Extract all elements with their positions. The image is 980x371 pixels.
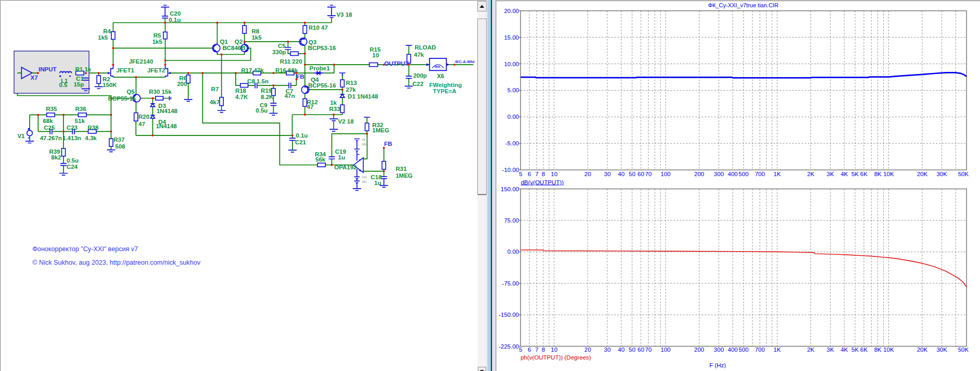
svg-text:C23: C23	[67, 125, 78, 131]
svg-text:R13: R13	[346, 80, 357, 86]
svg-text:X6: X6	[437, 73, 444, 79]
svg-text:100: 100	[660, 171, 670, 177]
svg-text:C20: C20	[170, 10, 181, 17]
svg-text:20K: 20K	[917, 171, 928, 177]
svg-text:500: 500	[739, 171, 748, 177]
svg-text:R15: R15	[370, 46, 381, 53]
svg-text:R36: R36	[75, 106, 86, 112]
svg-text:50K: 50K	[958, 347, 969, 353]
svg-text:50: 50	[629, 171, 635, 177]
svg-text:R35: R35	[46, 106, 57, 112]
svg-text:40: 40	[618, 171, 625, 177]
svg-text:20: 20	[584, 347, 591, 353]
svg-text:10: 10	[372, 52, 379, 58]
svg-text:5K: 5K	[851, 171, 859, 177]
svg-text:60: 60	[638, 347, 644, 353]
svg-text:-5.00: -5.00	[505, 140, 519, 146]
svg-text:20K: 20K	[917, 347, 928, 353]
svg-text:R2: R2	[103, 76, 110, 82]
svg-text:-225.00: -225.00	[499, 343, 519, 350]
svg-text:400: 400	[728, 347, 737, 353]
svg-text:5K: 5K	[851, 347, 859, 353]
svg-text:47: 47	[138, 121, 145, 127]
svg-text:4K: 4K	[841, 347, 848, 353]
svg-text:300: 300	[714, 171, 724, 177]
svg-text:RLOAD: RLOAD	[415, 44, 436, 51]
svg-text:Фонокорректор "Су-XXI" версия: Фонокорректор "Су-XXI" версия v7	[32, 245, 138, 253]
svg-text:R16 68k: R16 68k	[275, 67, 298, 73]
svg-text:47k: 47k	[414, 52, 424, 58]
svg-text:18V: 18V	[362, 143, 367, 146]
svg-text:IEC-A-Wtd: IEC-A-Wtd	[455, 59, 475, 64]
svg-text:8.2K: 8.2K	[261, 94, 274, 100]
svg-text:BCP55-16: BCP55-16	[308, 82, 336, 89]
svg-text:ФК_Cy-XXI_v7true tian.CIR: ФК_Cy-XXI_v7true tian.CIR	[708, 2, 778, 8]
svg-text:4.7K: 4.7K	[235, 94, 248, 100]
svg-text:6: 6	[528, 347, 531, 353]
svg-text:C8 1.5n: C8 1.5n	[247, 78, 269, 84]
svg-text:1N4148: 1N4148	[156, 123, 177, 129]
svg-text:4K: 4K	[841, 171, 848, 177]
svg-text:Q4: Q4	[311, 77, 319, 83]
svg-text:R37: R37	[113, 137, 124, 143]
svg-text:50: 50	[629, 347, 635, 353]
svg-text:30K: 30K	[936, 171, 947, 177]
svg-text:1u: 1u	[374, 180, 381, 186]
svg-text:JFET1: JFET1	[116, 67, 134, 73]
svg-text:R1 1k: R1 1k	[75, 66, 92, 72]
svg-text:700: 700	[755, 171, 765, 177]
svg-text:0.00: 0.00	[507, 249, 519, 255]
svg-text:8K: 8K	[874, 347, 882, 353]
svg-text:ph(v(OUTPUT)) (Degrees): ph(v(OUTPUT)) (Degrees)	[520, 354, 591, 361]
svg-text:1MEG: 1MEG	[396, 172, 413, 179]
svg-text:5: 5	[519, 171, 522, 177]
svg-text:7: 7	[535, 347, 538, 353]
svg-text:X7: X7	[31, 75, 38, 81]
svg-text:1K: 1K	[773, 171, 781, 177]
svg-text:R4: R4	[103, 28, 111, 34]
svg-text:FB: FB	[384, 141, 392, 147]
svg-text:200p: 200p	[413, 72, 427, 79]
svg-text:56k: 56k	[315, 156, 326, 163]
svg-text:6K: 6K	[860, 347, 868, 353]
svg-text:Probe1: Probe1	[310, 65, 330, 71]
svg-text:200: 200	[694, 171, 704, 177]
svg-text:8: 8	[542, 347, 545, 353]
svg-text:-10.00: -10.00	[502, 167, 519, 173]
svg-text:-75.00: -75.00	[502, 280, 519, 287]
svg-text:20: 20	[584, 171, 591, 177]
svg-text:508: 508	[115, 143, 125, 150]
svg-text:4k7: 4k7	[210, 99, 220, 105]
svg-text:JFE2140: JFE2140	[129, 58, 153, 65]
svg-text:C18: C18	[371, 174, 382, 180]
svg-text:R38: R38	[87, 125, 99, 131]
svg-text:0.5u: 0.5u	[256, 107, 268, 114]
svg-text:Q5: Q5	[126, 89, 135, 95]
svg-text:51k: 51k	[75, 118, 85, 124]
svg-text:10.00: 10.00	[504, 61, 519, 67]
svg-text:150.00: 150.00	[501, 186, 519, 192]
svg-text:BC846B: BC846B	[222, 45, 245, 51]
svg-text:R7: R7	[211, 86, 219, 92]
svg-text:30K: 30K	[936, 347, 947, 353]
svg-text:4.3k: 4.3k	[85, 135, 97, 141]
svg-text:0.1u: 0.1u	[169, 17, 181, 23]
svg-text:R18: R18	[235, 88, 247, 94]
svg-text:-150.00: -150.00	[499, 312, 519, 318]
svg-text:V9: V9	[362, 138, 365, 141]
svg-text:1u: 1u	[338, 154, 345, 160]
svg-text:30: 30	[604, 171, 611, 177]
svg-text:700: 700	[755, 347, 765, 353]
svg-text:30: 30	[604, 347, 611, 353]
svg-text:300: 300	[714, 347, 724, 353]
svg-text:1.413n: 1.413n	[62, 135, 81, 141]
svg-text:10: 10	[551, 171, 557, 177]
svg-text:JFET2: JFET2	[147, 67, 166, 73]
svg-text:5: 5	[519, 347, 522, 353]
svg-text:C21: C21	[295, 139, 307, 145]
svg-text:18V: 18V	[362, 180, 367, 183]
svg-text:0.1u: 0.1u	[296, 132, 308, 139]
svg-text:60: 60	[638, 171, 644, 177]
svg-text:7: 7	[535, 171, 538, 177]
svg-text:15p: 15p	[73, 81, 84, 88]
